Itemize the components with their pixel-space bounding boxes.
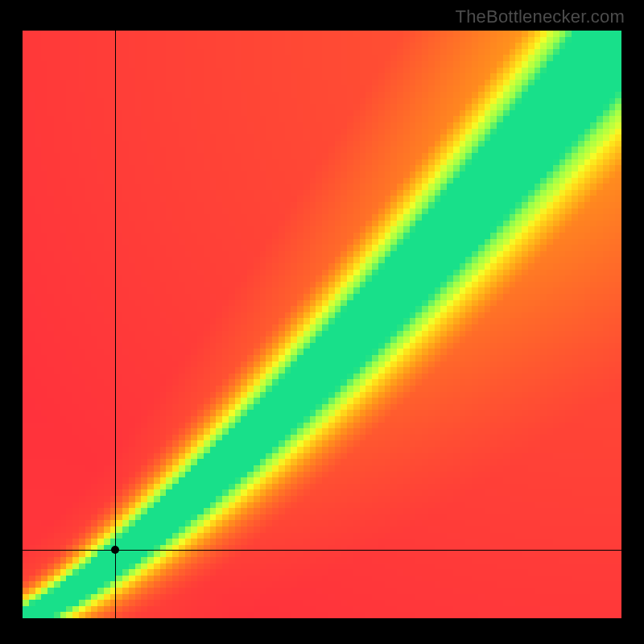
chart-frame: TheBottlenecker.com (0, 0, 644, 644)
plot-area (23, 31, 621, 618)
crosshair-vertical (115, 31, 116, 618)
heatmap-canvas (23, 31, 621, 618)
watermark-text: TheBottlenecker.com (456, 6, 625, 27)
marker-dot (111, 546, 119, 554)
